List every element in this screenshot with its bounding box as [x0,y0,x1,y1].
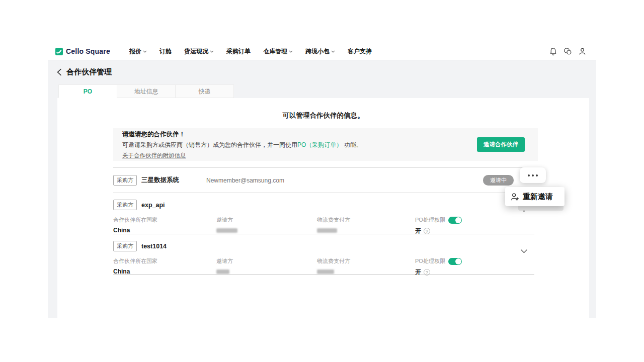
nav-item-shipment-status[interactable]: 货运现况 [184,47,214,56]
main-menu: 报价 订舱 货运现况 采购订单 仓库管理 跨境小包 [129,47,372,56]
partner-name: 三星数据系统 [141,176,179,185]
inviter-label: 邀请方 [216,216,237,224]
screen: Cello Square 报价 订舱 货运现况 采购订单 仓库管理 [0,0,644,362]
add-user-icon [511,193,519,201]
nav-item-label: 货运现况 [184,47,208,56]
country-value: China [113,227,157,234]
nav-item-quote[interactable]: 报价 [129,47,147,56]
po-permission-cell: PO处理权限 开 ? [415,216,462,235]
partner-row-exp-api: 采购方 exp_api 合作伙伴所在国家 China 邀请方 [113,193,534,234]
redacted-value [317,269,334,274]
inviter-cell: 邀请方 [216,216,237,233]
partner-details: 合作伙伴所在国家 China 邀请方 物流费支付方 [113,216,534,236]
payer-cell: 物流费支付方 [317,257,350,274]
inviter-cell: 邀请方 [216,257,233,274]
dot-icon [532,174,534,176]
content-card: 可以管理合作伙伴的信息。 请邀请您的合作伙伴！ 可邀请采购方或供应商（销售方）成… [57,98,589,318]
navbar-icons [549,47,586,56]
partner-details: 合作伙伴所在国家 China 邀请方 物流费支付方 [113,257,534,278]
po-permission-text: PO处理权限 [415,216,445,224]
partner-name: test1014 [141,243,167,250]
country-label: 合作伙伴所在国家 [113,216,157,224]
status-badge: 邀请中 [483,175,514,186]
app-window: Cello Square 报价 订舱 货运现况 采购订单 仓库管理 [48,43,596,318]
banner-desc-prefix: 可邀请采购方或供应商（销售方）成为您的合作伙伴，并一同使用 [122,141,297,148]
top-navbar: Cello Square 报价 订舱 货运现况 采购订单 仓库管理 [48,43,596,60]
partner-email: Newmember@samsung.com [206,177,284,184]
banner-desc-suffix: 功能。 [342,141,362,148]
section-heading: 可以管理合作伙伴的信息。 [57,98,589,120]
redacted-value [216,269,229,274]
tab-bar: PO 地址信息 快递 [58,84,233,98]
payer-cell: 物流费支付方 [317,216,350,233]
partner-row-headline: 采购方 exp_api [113,200,534,210]
chevron-down-icon [210,50,214,53]
partner-row-samsung: 采购方 三星数据系统 Newmember@samsung.com 邀请中 [113,167,534,193]
invite-banner: 请邀请您的合作伙伴！ 可邀请采购方或供应商（销售方）成为您的合作伙伴，并一同使用… [113,128,538,161]
nav-item-purchase-order[interactable]: 采购订单 [226,47,251,56]
notification-bell-icon[interactable] [549,47,557,56]
dot-icon [528,174,530,176]
invite-partner-button[interactable]: 邀请合作伙伴 [477,137,525,152]
po-permission-label: PO处理权限 [415,216,462,224]
country-cell: 合作伙伴所在国家 China [113,216,157,234]
po-permission-toggle[interactable] [448,217,462,224]
redacted-value [216,228,237,233]
partner-name: exp_api [141,202,165,209]
dot-icon [536,174,538,176]
nav-item-label: 订舱 [159,47,172,56]
page-title: 合作伙伴管理 [66,67,112,77]
country-value: China [113,268,157,275]
partner-type-tag: 采购方 [113,241,137,251]
user-profile-icon[interactable] [579,47,586,55]
tab-address-info[interactable]: 地址信息 [117,84,176,98]
tab-express[interactable]: 快递 [175,84,234,98]
brand-logo[interactable]: Cello Square [55,47,110,55]
payer-label: 物流费支付方 [317,216,350,224]
partner-row-test1014: 采购方 test1014 合作伙伴所在国家 China 邀请方 [113,234,534,275]
cello-square-logo-icon [55,48,63,55]
chevron-down-icon [143,50,147,53]
banner-description: 可邀请采购方或供应商（销售方）成为您的合作伙伴，并一同使用PO（采购订单） 功能… [122,141,362,149]
more-actions-button[interactable] [520,167,546,183]
po-permission-text: PO处理权限 [415,257,445,265]
nav-item-warehouse[interactable]: 仓库管理 [263,47,293,56]
banner-text: 请邀请您的合作伙伴！ 可邀请采购方或供应商（销售方）成为您的合作伙伴，并一同使用… [122,130,362,159]
partner-type-tag: 采购方 [113,200,137,210]
po-permission-state: 开 ? [415,268,462,277]
country-label: 合作伙伴所在国家 [113,257,157,265]
nav-item-label: 报价 [129,47,141,56]
reinvite-label: 重新邀请 [523,192,553,202]
nav-item-label: 采购订单 [226,47,251,56]
collapse-chevron-icon[interactable] [521,249,527,253]
nav-item-label: 仓库管理 [263,47,287,56]
po-permission-label: PO处理权限 [415,257,462,265]
nav-item-support[interactable]: 客户支持 [348,47,372,56]
po-permission-cell: PO处理权限 开 ? [415,257,462,277]
chevron-down-icon [289,50,293,53]
inviter-label: 邀请方 [216,257,233,265]
payer-label: 物流费支付方 [317,257,350,265]
chevron-down-icon [331,50,335,53]
banner-desc-highlight: PO（采购订单） [297,141,342,148]
partner-list: 采购方 三星数据系统 Newmember@samsung.com 邀请中 采购方… [113,167,534,275]
help-icon[interactable]: ? [424,269,430,276]
po-state-text: 开 [415,268,421,277]
partner-type-tag: 采购方 [113,175,137,186]
reinvite-menu-item[interactable]: 重新邀请 [505,187,565,206]
back-icon[interactable] [56,68,62,76]
nav-item-label: 跨境小包 [305,47,330,56]
tab-po[interactable]: PO [58,84,117,98]
chat-icon[interactable] [564,47,572,55]
nav-item-label: 客户支持 [348,47,372,56]
po-permission-toggle[interactable] [448,258,462,265]
partner-row-headline: 采购方 test1014 [113,241,534,251]
banner-title: 请邀请您的合作伙伴！ [122,130,362,139]
redacted-value [317,228,337,233]
partner-info-link[interactable]: 关于合作伙伴的附加信息 [122,152,186,159]
country-cell: 合作伙伴所在国家 China [113,257,157,275]
nav-item-parcel[interactable]: 跨境小包 [305,47,335,56]
page-header: 合作伙伴管理 [56,67,112,77]
brand-name: Cello Square [66,47,110,55]
nav-item-booking[interactable]: 订舱 [159,47,172,56]
